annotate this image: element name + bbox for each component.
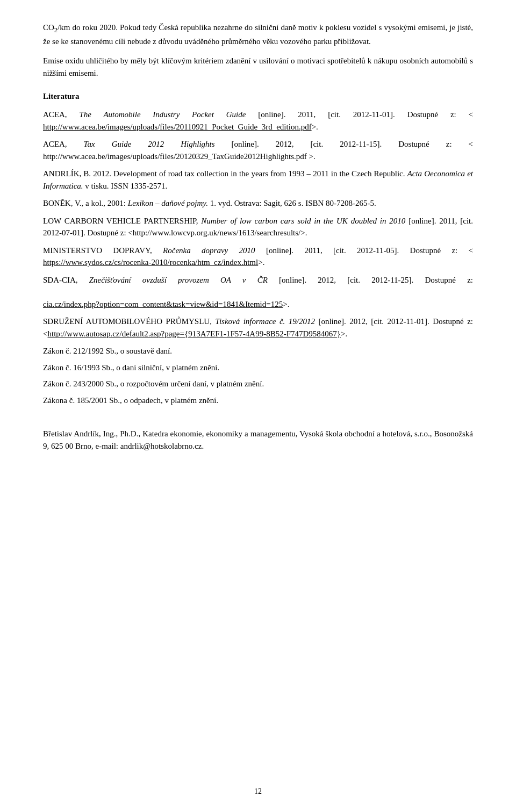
ref-title-lowcarbon: Number of low carbon cars sold in the UK… <box>201 217 405 225</box>
reference-sdruzeni: SDRUŽENÍ AUTOMOBILOVÉHO PRŮMYSLU, Tiskov… <box>43 315 473 340</box>
page: CO2/km do roku 2020. Pokud tedy Česká re… <box>0 0 516 812</box>
ref-link-ministerstvo[interactable]: https://www.sydos.cz/cs/rocenka-2010/roc… <box>43 258 258 267</box>
ref-link-sdruzeni[interactable]: http://www.autosap.cz/default2.asp?page=… <box>47 329 341 338</box>
reference-lowcarbon: LOW CARBORN VEHICLE PARTNERSHIP, Number … <box>43 215 473 239</box>
law-185-2001: Zákona č. 185/2001 Sb., o odpadech, v pl… <box>43 394 473 407</box>
ref-link-sda[interactable]: <http://portal.sda-cia.cz/index.php?opti… <box>43 288 516 308</box>
ref-title-bonek: Lexikon – daňové pojmy. <box>128 199 208 207</box>
reference-sda-cia: SDA-CIA, Znečišťování ovzduší provozem O… <box>43 274 473 311</box>
author-block: Břetislav Andrlík, Ing., Ph.D., Katedra … <box>43 428 473 452</box>
reference-acea-pocket: ACEA, The Automobile Industry Pocket Gui… <box>43 109 473 133</box>
ref-link-acea-pocket[interactable]: http://www.acea.be/images/uploads/files/… <box>43 123 312 131</box>
ref-title-taxguide: Tax Guide 2012 Highlights <box>84 140 215 148</box>
reference-ministerstvo: MINISTERSTVO DOPRAVY, Ročenka dopravy 20… <box>43 245 473 269</box>
law-212-1992: Zákon č. 212/1992 Sb., o soustavě daní. <box>43 345 473 357</box>
reference-bonek: BONĚK, V., a kol., 2001: Lexikon – daňov… <box>43 197 473 210</box>
paragraph-emise: Emise oxidu uhličitého by měly být klíčo… <box>43 55 473 79</box>
ref-title-sda: Znečišťování ovzduší provozem OA v ČR <box>89 276 268 284</box>
section-literatura-title: Literatura <box>43 92 473 101</box>
law-243-2000: Zákon č. 243/2000 Sb., o rozpočtovém urč… <box>43 378 473 390</box>
ref-title-ministerstvo: Ročenka dopravy 2010 <box>163 246 255 255</box>
page-number: 12 <box>254 787 262 796</box>
reference-andrlik: ANDRLÍK, B. 2012. Development of road ta… <box>43 168 473 192</box>
reference-acea-taxguide: ACEA, Tax Guide 2012 Highlights [online]… <box>43 138 473 162</box>
law-16-1993: Zákon č. 16/1993 Sb., o dani silniční, v… <box>43 362 473 374</box>
paragraph-co2: CO2/km do roku 2020. Pokud tedy Česká re… <box>43 21 473 47</box>
ref-title-sdruzeni: Tisková informace č. 19/2012 <box>215 317 315 326</box>
ref-journal-andrlik: Acta Oeconomica et Informatica. <box>43 169 473 190</box>
ref-title: The Automobile Industry Pocket Guide <box>79 110 246 119</box>
